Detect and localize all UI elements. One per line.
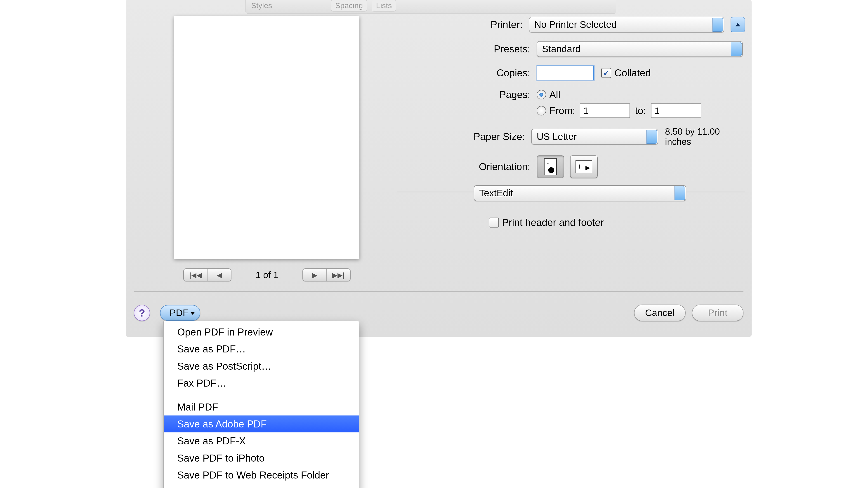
paper-size-label: Paper Size: <box>399 131 531 142</box>
collated-label: Collated <box>614 67 651 78</box>
pages-to-label: to: <box>635 105 646 116</box>
collapse-disclosure-button[interactable] <box>731 17 745 32</box>
menu-separator <box>164 395 359 395</box>
menu-item-save-pdfx[interactable]: Save as PDF-X <box>164 432 359 449</box>
printer-popup[interactable]: No Printer Selected <box>529 17 724 33</box>
paper-size-popup[interactable]: US Letter <box>531 129 658 144</box>
menu-item-save-pdf[interactable]: Save as PDF… <box>164 340 359 357</box>
last-page-button[interactable]: ▶▶| <box>327 269 350 281</box>
pages-from-label: From: <box>549 105 575 116</box>
orientation-landscape-button[interactable]: ↑▶ <box>570 156 598 178</box>
menu-item-fax-pdf[interactable]: Fax PDF… <box>164 375 359 392</box>
print-dialog: Styles Spacing Lists |◀◀ ◀ 1 of 1 ▶ ▶▶| … <box>126 0 752 337</box>
prev-page-button[interactable]: ◀ <box>208 269 231 281</box>
header-footer-checkbox[interactable] <box>489 218 499 228</box>
orientation-portrait-button[interactable]: ↑⬤ <box>537 156 564 178</box>
print-button[interactable]: Print <box>692 304 743 321</box>
pages-label: Pages: <box>399 89 537 100</box>
page-preview <box>174 16 360 259</box>
next-page-button[interactable]: ▶ <box>303 269 327 281</box>
pages-all-label: All <box>549 89 560 100</box>
copies-label: Copies: <box>399 67 537 78</box>
ghost-spacing: Spacing <box>331 0 367 11</box>
paper-size-value: US Letter <box>537 131 577 142</box>
background-toolbar: Styles Spacing Lists <box>246 0 616 13</box>
cancel-button[interactable]: Cancel <box>634 304 686 321</box>
separator <box>134 291 743 292</box>
pdf-button-label: PDF <box>169 307 188 318</box>
page-count-label: 1 of 1 <box>237 270 298 280</box>
menu-separator <box>164 487 359 487</box>
triangle-up-icon <box>735 22 741 28</box>
menu-item-save-adobe-pdf[interactable]: Save as Adobe PDF <box>164 416 359 432</box>
header-footer-label: Print header and footer <box>502 217 604 228</box>
collated-checkbox[interactable] <box>601 68 611 78</box>
ghost-styles: Styles <box>251 1 272 10</box>
orientation-label: Orientation: <box>399 161 537 172</box>
presets-label: Presets: <box>399 43 537 55</box>
pages-from-radio[interactable] <box>537 106 546 116</box>
portrait-icon: ↑⬤ <box>544 158 557 175</box>
app-section-value: TextEdit <box>479 188 513 199</box>
app-section-popup[interactable]: TextEdit <box>474 185 686 201</box>
presets-popup[interactable]: Standard <box>537 41 743 57</box>
menu-item-save-webreceipts[interactable]: Save PDF to Web Receipts Folder <box>164 466 359 484</box>
updown-icon <box>716 21 721 28</box>
help-button[interactable]: ? <box>134 305 150 321</box>
printer-value: No Printer Selected <box>534 19 617 30</box>
ghost-lists: Lists <box>372 0 396 11</box>
pages-to-input[interactable]: 1 <box>651 103 701 118</box>
presets-value: Standard <box>542 43 581 55</box>
menu-item-save-postscript[interactable]: Save as PostScript… <box>164 358 359 375</box>
first-page-button[interactable]: |◀◀ <box>184 269 208 281</box>
menu-item-open-preview[interactable]: Open PDF in Preview <box>164 324 359 340</box>
pdf-menu: Open PDF in Preview Save as PDF… Save as… <box>163 321 360 488</box>
pages-all-radio[interactable] <box>537 90 546 99</box>
pages-from-input[interactable]: 1 <box>580 103 630 118</box>
svg-marker-0 <box>735 23 740 26</box>
updown-icon <box>650 133 655 140</box>
printer-label: Printer: <box>399 19 529 30</box>
page-navigator: |◀◀ ◀ 1 of 1 ▶ ▶▶| <box>183 268 350 282</box>
paper-dims-label: 8.50 by 11.00 inches <box>665 127 745 147</box>
menu-item-mail-pdf[interactable]: Mail PDF <box>164 398 359 416</box>
updown-icon <box>735 46 739 53</box>
landscape-icon: ↑▶ <box>576 160 592 173</box>
copies-input[interactable] <box>537 66 594 80</box>
updown-icon <box>678 190 683 197</box>
pdf-menu-button[interactable]: PDF <box>160 305 200 321</box>
menu-item-save-iphoto[interactable]: Save PDF to iPhoto <box>164 450 359 466</box>
